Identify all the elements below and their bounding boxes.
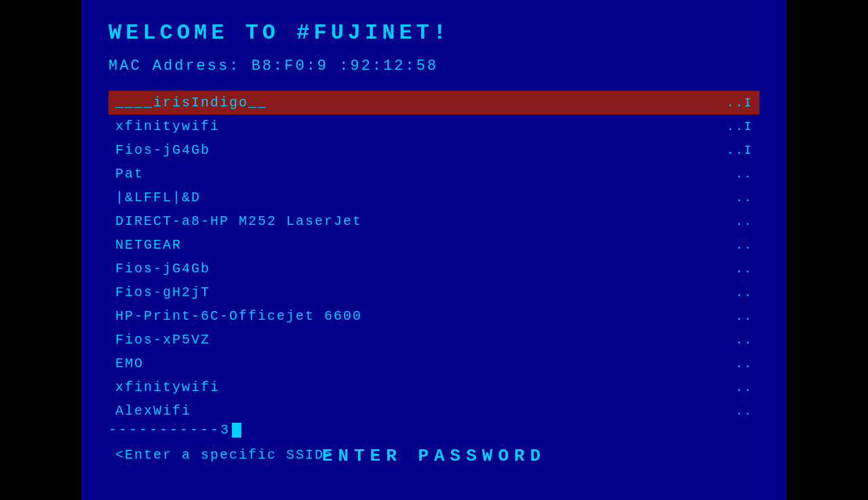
network-item[interactable]: Fios-jG4Gb..I bbox=[108, 138, 760, 162]
network-item[interactable]: xfinitywifi.. bbox=[108, 375, 760, 399]
network-item[interactable]: HP-Print-6C-Officejet 6600.. bbox=[108, 304, 760, 328]
welcome-title: WELCOME TO #FUJINET! bbox=[108, 20, 760, 45]
network-item[interactable]: Fios-gH2jT.. bbox=[108, 280, 760, 304]
password-dots: -----------3 bbox=[108, 422, 231, 438]
network-name: HP-Print-6C-Officejet 6600 bbox=[115, 308, 726, 324]
network-name: Fios-jG4Gb bbox=[115, 261, 726, 276]
network-item[interactable]: ____irisIndigo__..I bbox=[108, 91, 760, 114]
network-name: AlexWifi bbox=[115, 403, 726, 419]
mac-address: MAC Address: B8:F0:9 :92:12:58 bbox=[108, 58, 760, 75]
network-item[interactable]: Fios-jG4Gb.. bbox=[108, 257, 760, 280]
signal-icon: ..I bbox=[726, 96, 753, 110]
signal-icon: .. bbox=[726, 404, 753, 418]
network-name: Fios-gH2jT bbox=[115, 285, 726, 300]
network-name: |&LFFL|&D bbox=[115, 190, 726, 205]
network-name: xfinitywifi bbox=[115, 119, 726, 134]
network-name: Fios-xP5VZ bbox=[115, 332, 726, 348]
signal-icon: ..I bbox=[726, 120, 753, 133]
network-name: xfinitywifi bbox=[115, 379, 726, 395]
password-field[interactable]: -----------3 bbox=[108, 422, 760, 438]
network-list: ____irisIndigo__..Ixfinitywifi..IFios-jG… bbox=[108, 91, 760, 423]
network-name: Pat bbox=[115, 166, 726, 182]
terminal-screen: WELCOME TO #FUJINET! MAC Address: B8:F0:… bbox=[81, 0, 787, 500]
signal-icon: .. bbox=[726, 262, 753, 276]
password-section: -----------3 ENTER PASSWORD bbox=[108, 422, 760, 466]
network-item[interactable]: AlexWifi.. bbox=[108, 399, 760, 423]
signal-icon: .. bbox=[726, 238, 753, 252]
signal-icon: .. bbox=[726, 167, 753, 181]
network-item[interactable]: NETGEAR.. bbox=[108, 233, 760, 257]
network-item[interactable]: |&LFFL|&D.. bbox=[108, 186, 760, 209]
password-label: ENTER PASSWORD bbox=[108, 446, 760, 466]
network-item[interactable]: DIRECT-a8-HP M252 LaserJet.. bbox=[108, 209, 760, 233]
signal-icon: ..I bbox=[726, 144, 753, 157]
signal-icon: .. bbox=[726, 357, 753, 371]
signal-icon: .. bbox=[726, 333, 753, 347]
signal-icon: .. bbox=[726, 310, 753, 323]
network-item[interactable]: Pat.. bbox=[108, 162, 760, 186]
network-name: ____irisIndigo__ bbox=[115, 95, 726, 110]
network-item[interactable]: Fios-xP5VZ.. bbox=[108, 328, 760, 352]
network-name: Fios-jG4Gb bbox=[115, 142, 726, 158]
signal-icon: .. bbox=[726, 381, 753, 394]
network-name: EMO bbox=[115, 356, 726, 371]
network-item[interactable]: xfinitywifi..I bbox=[108, 114, 760, 138]
signal-icon: .. bbox=[726, 191, 753, 205]
signal-icon: .. bbox=[726, 286, 753, 299]
password-cursor bbox=[232, 423, 241, 438]
signal-icon: .. bbox=[726, 215, 753, 228]
network-item[interactable]: EMO.. bbox=[108, 352, 760, 375]
network-name: NETGEAR bbox=[115, 237, 726, 253]
network-name: DIRECT-a8-HP M252 LaserJet bbox=[115, 213, 726, 229]
